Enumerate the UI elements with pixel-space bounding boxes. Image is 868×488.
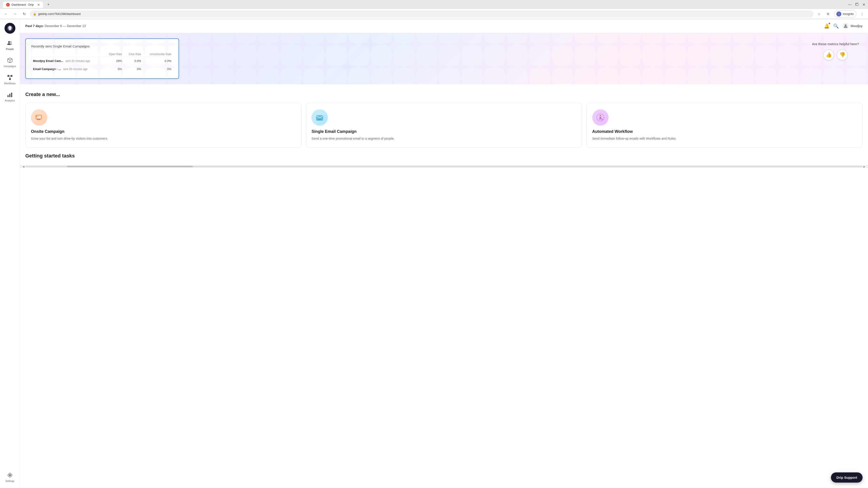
sidebar-item-workflows[interactable]: Workflows	[1, 72, 19, 87]
maximize-button[interactable]: ⧠	[855, 2, 859, 7]
sidebar-item-people[interactable]: People	[1, 37, 19, 53]
metrics-feedback: Are these metrics helpful here? 👍 👎	[812, 42, 859, 60]
campaign-time: sent 26 minutes ago	[63, 68, 88, 71]
notifications-button[interactable]: 🔔	[824, 23, 830, 29]
user-menu-button[interactable]: Moodjoy	[842, 23, 863, 29]
settings-icon	[6, 471, 13, 479]
browser-titlebar: D Dashboard · Drip ✕ + — ⧠ ✕	[0, 0, 868, 9]
svg-rect-6	[11, 75, 12, 77]
svg-rect-10	[7, 95, 8, 97]
campaign-name: Email Campaign - ...	[33, 67, 61, 71]
campaign-name-cell: Email Campaign - ... sent 26 minutes ago	[31, 65, 104, 73]
toolbar-right: ☆ ⧉ I Incognito ⋮	[816, 10, 865, 18]
col-open-rate: Open Rate	[104, 52, 124, 57]
sidebar-people-label: People	[6, 48, 13, 51]
feedback-buttons: 👍 👎	[812, 50, 859, 60]
single-email-icon	[311, 109, 328, 126]
lock-icon: 🔒	[33, 12, 36, 15]
address-bar[interactable]: 🔒 getdrip.com/7641396/dashboard	[30, 10, 813, 18]
svg-marker-29	[599, 115, 602, 117]
svg-rect-11	[9, 94, 10, 97]
sidebar-logo[interactable]	[4, 23, 16, 34]
user-name: Moodjoy	[850, 24, 863, 28]
people-icon	[6, 39, 13, 47]
header-actions: 🔔 🔍 Moodjoy	[824, 23, 863, 29]
getting-started-title: Getting started tasks	[25, 153, 863, 159]
tab-title: Dashboard · Drip	[11, 3, 34, 6]
scroll-track[interactable]	[25, 166, 863, 167]
svg-point-1	[9, 28, 10, 29]
col-click-rate: Click Rate	[124, 52, 143, 57]
campaigns-icon	[6, 57, 13, 64]
table-row: Moodjoy Email Cam... sent 20 minutes ago…	[31, 57, 173, 65]
single-email-card[interactable]: Single Email Campaign Send a one-time pr…	[306, 103, 582, 148]
extension-button[interactable]: ⧉	[825, 11, 831, 17]
create-cards-grid: Onsite Campaign Grow your list and turn …	[25, 103, 863, 148]
campaigns-table: Open Rate Click Rate Unsubscribe Rate Mo…	[31, 52, 173, 73]
thumbs-down-button[interactable]: 👎	[837, 50, 848, 60]
account-button[interactable]: I Incognito	[834, 10, 856, 18]
drip-support-label: Drip Support	[836, 476, 857, 480]
sidebar: People Campaigns	[0, 19, 20, 488]
date-label: Past 7 days:	[25, 24, 44, 28]
bookmark-button[interactable]: ☆	[816, 11, 822, 17]
click-rate-value: 0.0%	[124, 57, 143, 65]
search-button[interactable]: 🔍	[833, 23, 839, 29]
onsite-campaign-card[interactable]: Onsite Campaign Grow your list and turn …	[25, 103, 301, 148]
svg-point-3	[10, 41, 11, 43]
user-avatar-icon	[842, 23, 849, 29]
forward-button[interactable]: →	[12, 11, 19, 18]
menu-button[interactable]: ⋮	[859, 11, 865, 17]
create-section-title: Create a new...	[25, 92, 863, 97]
unsubscribe-rate-value: 0.0%	[143, 57, 173, 65]
sidebar-item-analytics[interactable]: Analytics	[1, 89, 19, 104]
svg-rect-7	[9, 78, 11, 80]
scroll-thumb[interactable]	[67, 166, 193, 167]
scroll-left-button[interactable]: ◀	[22, 165, 25, 168]
workflows-icon	[6, 74, 13, 81]
metrics-question: Are these metrics helpful here?	[812, 42, 859, 46]
browser-chrome: D Dashboard · Drip ✕ + — ⧠ ✕ ← → ↻ 🔒 get…	[0, 0, 868, 19]
thumbs-down-icon: 👎	[839, 52, 845, 58]
date-range-text: December 6 — December 12	[45, 24, 86, 28]
onsite-card-desc: Grow your list and turn drive-by visitor…	[31, 136, 296, 141]
email-card-title: Single Email Campaign	[311, 129, 576, 134]
horizontal-scrollbar[interactable]: ◀ ▶	[20, 165, 868, 168]
scroll-right-button[interactable]: ▶	[863, 165, 866, 168]
col-campaign	[31, 52, 104, 57]
svg-point-2	[8, 41, 10, 43]
unsubscribe-rate-value: 0%	[143, 65, 173, 73]
col-unsubscribe-rate: Unsubscribe Rate	[143, 52, 173, 57]
open-rate-value: 0%	[104, 65, 124, 73]
sidebar-campaigns-label: Campaigns	[4, 65, 16, 68]
browser-tab[interactable]: D Dashboard · Drip ✕	[3, 1, 43, 8]
content-header: Past 7 days: December 6 — December 12 🔔 …	[20, 19, 868, 33]
workflow-card[interactable]: Automated Workflow Send immediate follow…	[587, 103, 863, 148]
tab-close-button[interactable]: ✕	[37, 3, 40, 6]
onsite-card-title: Onsite Campaign	[31, 129, 296, 134]
avatar-icon: I	[836, 11, 841, 17]
url-text: getdrip.com/7641396/dashboard	[38, 12, 81, 15]
thumbs-up-button[interactable]: 👍	[823, 50, 834, 60]
minimize-button[interactable]: —	[848, 2, 851, 7]
sidebar-item-campaigns[interactable]: Campaigns	[1, 55, 19, 70]
sidebar-item-settings[interactable]: Settings	[1, 469, 19, 485]
campaign-time: sent 20 minutes ago	[66, 59, 90, 63]
workflow-icon	[592, 109, 609, 126]
notification-badge	[828, 22, 831, 25]
close-button[interactable]: ✕	[862, 2, 865, 7]
drip-support-button[interactable]: Drip Support	[831, 473, 863, 483]
reload-button[interactable]: ↻	[21, 11, 28, 18]
open-rate-value: 29%	[104, 57, 124, 65]
window-controls: — ⧠ ✕	[848, 2, 865, 7]
back-button[interactable]: ←	[3, 11, 9, 18]
sidebar-workflows-label: Workflows	[4, 82, 16, 85]
favicon-icon: D	[6, 3, 10, 6]
click-rate-value: 0%	[124, 65, 143, 73]
table-row: Email Campaign - ... sent 26 minutes ago…	[31, 65, 173, 73]
hero-section: Recently sent Single Email Campaigns Ope…	[20, 33, 868, 84]
new-tab-button[interactable]: +	[45, 1, 52, 8]
create-section: Create a new... Onsite Campaign	[20, 84, 868, 153]
svg-rect-30	[599, 117, 601, 119]
browser-toolbar: ← → ↻ 🔒 getdrip.com/7641396/dashboard ☆ …	[0, 9, 868, 19]
